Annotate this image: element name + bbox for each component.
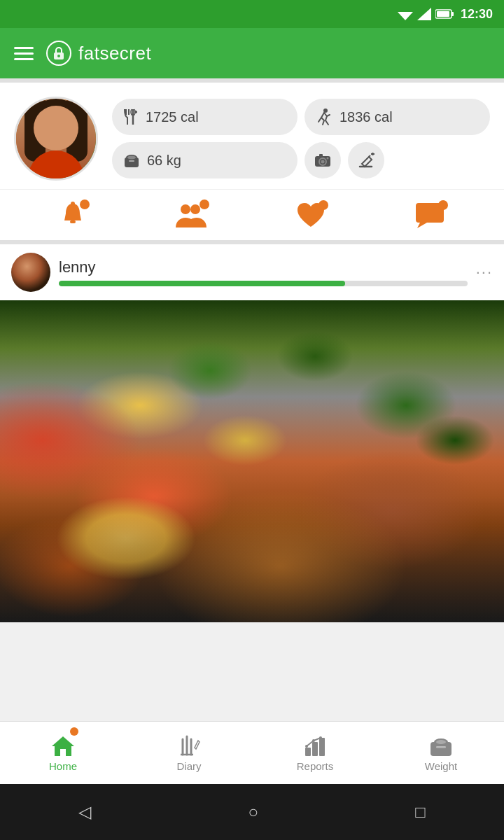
messages-notification[interactable] [414, 202, 445, 228]
stats-grid: 1725 cal 1836 cal [112, 99, 490, 178]
feed-username: lenny [59, 258, 96, 276]
top-bar: fatsecret [0, 28, 504, 78]
running-icon [316, 108, 332, 126]
svg-rect-44 [436, 746, 446, 748]
feed-user-avatar[interactable] [11, 253, 50, 292]
svg-rect-35 [305, 748, 311, 756]
diary-nav-label: Diary [176, 760, 201, 772]
feed-user-info: lenny [59, 258, 468, 286]
diary-nav-icon [177, 734, 201, 757]
back-button[interactable]: ◁ [78, 802, 91, 822]
battery-icon [435, 9, 454, 19]
svg-line-23 [369, 155, 370, 157]
svg-rect-3 [451, 12, 454, 16]
edit-button[interactable] [348, 142, 384, 178]
svg-point-28 [181, 204, 190, 214]
camera-icon [314, 153, 331, 168]
svg-rect-36 [312, 742, 318, 756]
android-nav-bar: ◁ ○ □ [0, 784, 504, 840]
avatar-inner [16, 99, 96, 178]
brand-name: fatsecret [78, 43, 151, 64]
home-notification-dot [70, 727, 78, 736]
reports-nav-icon [302, 734, 328, 757]
nav-weight[interactable]: Weight [378, 722, 504, 784]
feed-card: lenny ··· [0, 244, 504, 622]
home-nav-label: Home [49, 760, 77, 772]
camera-button[interactable] [304, 142, 341, 178]
svg-point-19 [321, 160, 325, 164]
weight-scale-icon [123, 152, 140, 169]
food-calories-pill[interactable]: 1725 cal [112, 99, 298, 135]
svg-rect-26 [70, 220, 76, 223]
reports-nav-label: Reports [297, 760, 334, 772]
notifications-row [0, 189, 504, 240]
nav-reports[interactable]: Reports [252, 722, 378, 784]
avatar-circle [14, 97, 98, 181]
friends-notification[interactable] [176, 201, 206, 229]
camera-edit-row [304, 142, 490, 178]
feed-avatar-bg [11, 253, 50, 292]
menu-button[interactable] [14, 47, 34, 60]
runner-icon [316, 108, 332, 126]
nav-home[interactable]: Home [0, 722, 126, 784]
svg-rect-20 [319, 154, 323, 157]
svg-point-21 [327, 158, 329, 160]
status-icons: 12:30 [398, 7, 493, 22]
svg-marker-0 [398, 12, 413, 20]
home-nav-icon [50, 734, 76, 757]
feed-header: lenny ··· [0, 244, 504, 300]
exercise-calories-value: 1836 cal [340, 109, 393, 125]
more-options-button[interactable]: ··· [476, 263, 493, 281]
svg-point-40 [319, 736, 322, 739]
svg-point-6 [57, 55, 60, 57]
friends-dot [200, 200, 209, 209]
weight-pill[interactable]: 66 kg [112, 142, 298, 178]
svg-point-38 [305, 745, 308, 748]
progress-bar-fill [59, 281, 345, 286]
weight-nav-label: Weight [425, 760, 457, 772]
food-calories-value: 1725 cal [146, 109, 199, 125]
exercise-calories-pill[interactable]: 1836 cal [304, 99, 490, 135]
brand-icon [46, 41, 71, 66]
status-time: 12:30 [461, 7, 493, 22]
avatar-face [34, 106, 78, 150]
svg-point-43 [436, 740, 446, 744]
weight-nav-icon [429, 734, 453, 757]
home-button[interactable]: ○ [248, 802, 258, 822]
user-avatar[interactable] [14, 97, 98, 181]
svg-point-15 [127, 156, 136, 160]
svg-point-39 [312, 739, 315, 742]
svg-point-27 [71, 202, 75, 206]
svg-rect-4 [437, 11, 449, 17]
svg-point-29 [190, 204, 200, 214]
svg-marker-1 [417, 8, 431, 20]
fork-icon [123, 108, 139, 126]
bell-notification[interactable] [59, 201, 87, 229]
bottom-nav: Home Diary Reports [0, 721, 504, 784]
signal-icon [417, 8, 431, 20]
lock-icon [51, 46, 66, 61]
bell-dot [80, 200, 90, 209]
status-bar: 12:30 [0, 0, 504, 28]
food-post-image [0, 300, 504, 622]
svg-rect-16 [129, 160, 134, 162]
nav-diary[interactable]: Diary [126, 722, 252, 784]
scale-icon [123, 152, 140, 169]
edit-icon [358, 153, 374, 168]
wifi-icon [398, 8, 413, 20]
chat-dot [438, 200, 448, 210]
likes-notification[interactable] [296, 202, 326, 228]
fork-knife-icon [123, 108, 139, 126]
progress-bar [59, 281, 468, 286]
svg-rect-37 [319, 738, 325, 756]
image-gradient-overlay [0, 496, 504, 622]
profile-section: 1725 cal 1836 cal [0, 83, 504, 189]
weight-value: 66 kg [147, 153, 181, 169]
heart-dot [318, 200, 328, 210]
recent-button[interactable]: □ [415, 802, 426, 822]
brand: fatsecret [46, 41, 151, 66]
